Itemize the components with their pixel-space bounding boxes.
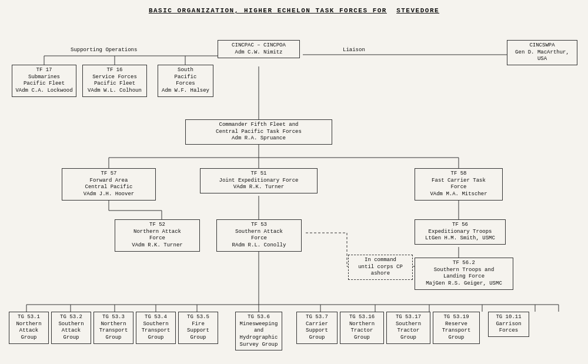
tf53-box: TF 53 Southern Attack Force RAdm R.L. Co…: [216, 219, 302, 252]
fifth-box: Commander Fifth Fleet and Central Pacifi…: [185, 119, 332, 145]
liaison-label: Liaison: [343, 47, 365, 53]
title-prefix: BASIC ORGANIZATION, HIGHER ECHELON TASK …: [149, 7, 387, 14]
tg536-box: TG 53.6 Minesweeping and Hydrographic Su…: [235, 312, 282, 350]
tg537-box: TG 53.7 Carrier Support Group: [296, 312, 338, 344]
tf56-box: TF 56 Expeditionary Troops LtGen H.M. Sm…: [415, 219, 506, 245]
tf562-box: TF 56.2 Southern Troops and Landing Forc…: [415, 258, 513, 290]
tg1011-box: TG 10.11 Garrison Forces: [488, 312, 529, 337]
tg535-box: TG 53.5 Fire Support Group: [178, 312, 218, 344]
tg533-box: TG 53.3 Northern Transport Group: [93, 312, 133, 344]
tf17-box: TF 17 Submarines Pacific Fleet VAdm C.A.…: [12, 65, 76, 97]
tg5317-box: TG 53.17 Southern Tractor Group: [386, 312, 430, 344]
cincpac-box: CINCPAC – CINCPOA Adm C.W. Nimitz: [218, 40, 300, 58]
page-title: BASIC ORGANIZATION, HIGHER ECHELON TASK …: [6, 7, 582, 14]
tg534-box: TG 53.4 Southern Transport Group: [136, 312, 176, 344]
incommand-box: In command until corps CP ashore: [348, 255, 413, 280]
southpac-box: South Pacific Forces Adm W.F. Halsey: [158, 65, 213, 97]
cincswpa-box: CINCSWPA Gen D. MacArthur, USA: [507, 40, 577, 65]
tf52-box: TF 52 Northern Attack Force VAdm R.K. Tu…: [115, 219, 200, 252]
tf58-box: TF 58 Fast Carrier Task Force VAdm M.A. …: [415, 168, 503, 201]
tg532-box: TG 53.2 Southern Attack Group: [51, 312, 91, 344]
tf16-box: TF 16 Service Forces Pacific Fleet VAdm …: [82, 65, 147, 97]
supporting-ops-label: Supporting Operations: [71, 47, 137, 53]
tf57-box: TF 57 Forward Area Central Pacific VAdm …: [62, 168, 156, 201]
tf51-box: TF 51 Joint Expeditionary Force VAdm R.K…: [200, 168, 318, 193]
tg531-box: TG 53.1 Northern Attack Group: [9, 312, 49, 344]
org-chart: Supporting Operations Liaison CINCPAC – …: [6, 22, 582, 364]
tg5316-box: TG 53.16 Northern Tractor Group: [340, 312, 384, 344]
title-name: STEVEDORE: [396, 7, 439, 14]
tg5319-box: TG 53.19 Reserve Transport Group: [433, 312, 480, 344]
page: BASIC ORGANIZATION, HIGHER ECHELON TASK …: [0, 0, 588, 364]
